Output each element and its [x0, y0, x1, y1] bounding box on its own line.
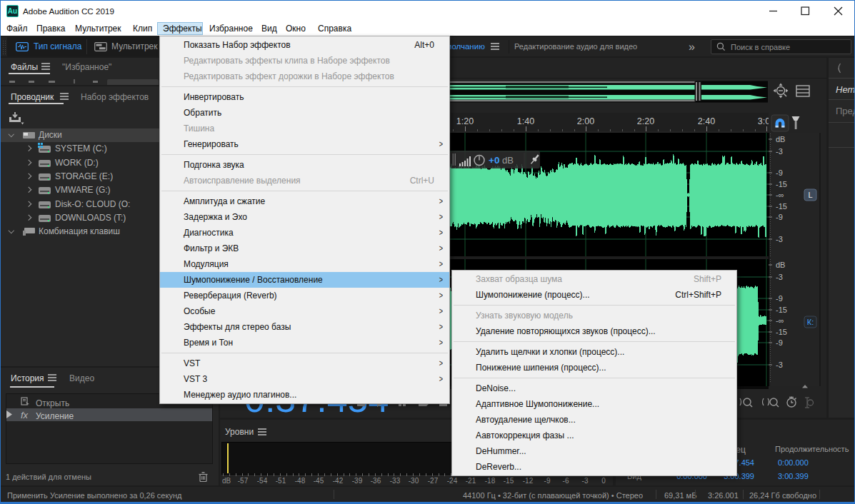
svg-text:1:20: 1:20 [456, 116, 474, 126]
svg-text:-3: -3 [776, 235, 783, 243]
svg-text:-15: -15 [776, 306, 787, 314]
svg-text:К:: К: [807, 318, 814, 326]
svg-text:-9: -9 [776, 213, 783, 221]
svg-text:-3: -3 [776, 147, 783, 156]
svg-text:dB: dB [776, 135, 785, 143]
svg-text:-15: -15 [776, 180, 787, 188]
svg-text:dB: dB [776, 261, 785, 269]
svg-text:2:00: 2:00 [577, 116, 594, 126]
svg-text:-3: -3 [776, 361, 783, 369]
svg-text:-15: -15 [776, 202, 787, 211]
svg-text:-∞: -∞ [776, 191, 784, 199]
svg-text:L: L [808, 191, 812, 199]
svg-text:2:20: 2:20 [637, 116, 654, 126]
svg-text:+0: +0 [489, 155, 499, 166]
svg-text:-15: -15 [776, 328, 787, 336]
svg-text:-9: -9 [776, 294, 783, 303]
svg-text:dB: dB [502, 155, 514, 166]
svg-text:-3: -3 [776, 273, 783, 281]
svg-text:-9: -9 [776, 168, 783, 177]
svg-text:-∞: -∞ [776, 316, 784, 325]
svg-text:-9: -9 [776, 338, 783, 347]
svg-text:2:40: 2:40 [698, 116, 715, 126]
svg-text:1:40: 1:40 [517, 116, 534, 126]
